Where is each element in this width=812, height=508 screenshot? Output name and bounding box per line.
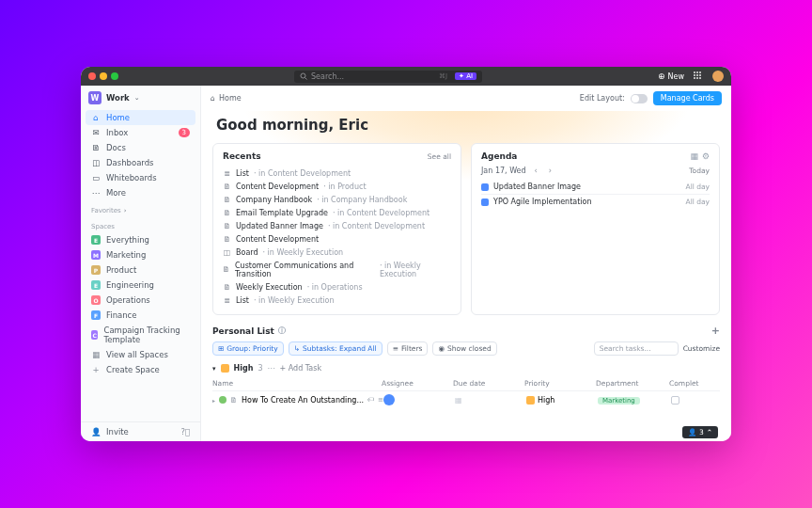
recents-item[interactable]: ≣List · in Content Development bbox=[223, 167, 451, 180]
minimize-window-button[interactable] bbox=[100, 72, 107, 80]
space-item[interactable]: CCampaign Tracking Template bbox=[81, 323, 200, 347]
recents-item[interactable]: ◫Board · in Weekly Execution bbox=[223, 246, 451, 259]
subtasks-chip[interactable]: ↳Subtasks: Expand All bbox=[289, 341, 383, 356]
recents-item[interactable]: 🗎Content Development · in Product bbox=[223, 180, 451, 193]
gear-icon[interactable]: ⚙ bbox=[702, 151, 710, 161]
space-item[interactable]: EEverything bbox=[81, 232, 200, 247]
chevron-up-icon: ⌃ bbox=[707, 428, 712, 437]
space-icon: O bbox=[91, 295, 101, 305]
dept-tag[interactable]: Marketing bbox=[598, 397, 640, 405]
group-more-icon[interactable]: ⋯ bbox=[267, 364, 274, 373]
col-due: Due date bbox=[453, 379, 524, 388]
workspace-switcher[interactable]: W Work ⌄ bbox=[81, 86, 200, 110]
favorites-header[interactable]: Favorites› bbox=[81, 200, 200, 216]
group-chip[interactable]: ⊞Group: Priority bbox=[212, 341, 284, 356]
recents-item-title: Content Development bbox=[236, 183, 319, 191]
nav-dashboards[interactable]: ◫Dashboards bbox=[86, 155, 195, 170]
doc-icon: 🗎 bbox=[223, 265, 230, 274]
new-label: New bbox=[668, 72, 684, 81]
calendar-icon[interactable]: ▦ bbox=[455, 396, 462, 405]
view-all-spaces[interactable]: ▦View all Spaces bbox=[81, 347, 200, 362]
nav-docs-label: Docs bbox=[106, 143, 126, 152]
calendar-icon[interactable]: ▦ bbox=[690, 151, 698, 161]
apps-grid-icon[interactable] bbox=[694, 71, 703, 81]
complete-checkbox[interactable] bbox=[671, 396, 679, 405]
recents-item[interactable]: 🗎Customer Communications and Transition … bbox=[223, 259, 451, 280]
personal-list-card: Personal Listⓘ+ ⊞Group: Priority ↳Subtas… bbox=[212, 325, 720, 408]
agenda-prev[interactable]: ‹ bbox=[532, 167, 540, 175]
task-row[interactable]: ▸ 🗎 How To Create An Outstanding... 🏷 ≡ … bbox=[212, 391, 720, 408]
group-label: High bbox=[234, 364, 254, 373]
new-button[interactable]: ⊕New bbox=[658, 71, 684, 81]
float-count: 3 bbox=[699, 428, 704, 437]
manage-cards-button[interactable]: Manage Cards bbox=[653, 91, 722, 105]
filters-chip[interactable]: ≡Filters bbox=[387, 341, 429, 356]
recents-item[interactable]: ≣List · in Weekly Execution bbox=[223, 294, 451, 307]
filter-icon: ≡ bbox=[393, 344, 398, 353]
recents-card: RecentsSee all ≣List · in Content Develo… bbox=[212, 143, 461, 315]
space-item[interactable]: FFinance bbox=[81, 308, 200, 323]
create-space[interactable]: +Create Space bbox=[81, 362, 200, 377]
agenda-today[interactable]: Today bbox=[689, 167, 710, 175]
space-name: Operations bbox=[106, 295, 150, 305]
spaces-header[interactable]: Spaces bbox=[81, 216, 200, 232]
search-placeholder: Search... bbox=[311, 72, 344, 81]
board-icon: ◫ bbox=[223, 248, 231, 257]
subtasks-icon: ↳ bbox=[294, 344, 300, 353]
nav-home-label: Home bbox=[106, 113, 130, 122]
search-icon bbox=[300, 72, 307, 80]
add-task-button[interactable]: + Add Task bbox=[279, 364, 321, 373]
nav-inbox[interactable]: ✉Inbox3 bbox=[86, 125, 195, 140]
view-all-spaces-label: View all Spaces bbox=[106, 350, 168, 359]
recents-item[interactable]: 🗎Email Template Upgrade · in Content Dev… bbox=[223, 206, 451, 219]
personal-list-add[interactable]: + bbox=[711, 325, 720, 337]
chevron-down-icon: ⌄ bbox=[134, 94, 140, 102]
workspace-icon: W bbox=[88, 91, 102, 104]
info-icon[interactable]: ⓘ bbox=[278, 325, 286, 336]
global-search[interactable]: Search... ⌘J ✦ AI bbox=[294, 71, 482, 83]
edit-layout-toggle[interactable] bbox=[631, 94, 648, 103]
recents-item[interactable]: 🗎Company Handbook · in Company Handbook bbox=[223, 193, 451, 206]
agenda-item[interactable]: YPO Agile ImplementationAll day bbox=[481, 195, 710, 209]
nav-home[interactable]: ⌂Home bbox=[86, 110, 195, 125]
doc-icon: 🗎 bbox=[223, 209, 231, 217]
dashboards-icon: ◫ bbox=[91, 158, 101, 167]
nav-more[interactable]: ⋯More bbox=[86, 185, 195, 200]
person-icon: 👤 bbox=[688, 428, 696, 437]
breadcrumb[interactable]: ⌂Home bbox=[211, 94, 242, 103]
show-closed-chip[interactable]: ◉Show closed bbox=[432, 341, 496, 356]
assignee-avatar[interactable] bbox=[383, 394, 395, 405]
priority-group-high[interactable]: ▾ High 3 ⋯ + Add Task bbox=[212, 360, 720, 376]
task-icon: 🗎 bbox=[230, 396, 238, 405]
help-icon[interactable]: ?⃝ bbox=[180, 427, 190, 437]
doc-icon: 🗎 bbox=[223, 235, 231, 244]
agenda-item[interactable]: Updated Banner ImageAll day bbox=[481, 180, 710, 195]
space-item[interactable]: EEngineering bbox=[81, 278, 200, 293]
col-name: Name bbox=[212, 379, 382, 388]
space-item[interactable]: OOperations bbox=[81, 293, 200, 308]
group-count: 3 bbox=[258, 364, 262, 373]
task-search[interactable]: Search tasks... bbox=[594, 341, 679, 356]
recents-item[interactable]: 🗎Weekly Execution · in Operations bbox=[223, 280, 451, 294]
tags-icon[interactable]: 🏷 bbox=[367, 396, 374, 404]
maximize-window-button[interactable] bbox=[111, 72, 118, 80]
recents-see-all[interactable]: See all bbox=[428, 152, 451, 161]
recents-item-title: Weekly Execution bbox=[236, 283, 303, 292]
close-window-button[interactable] bbox=[88, 72, 96, 80]
user-avatar[interactable] bbox=[712, 71, 724, 82]
invite-button[interactable]: 👤Invite bbox=[91, 427, 129, 437]
nav-whiteboards[interactable]: ▭Whiteboards bbox=[86, 170, 195, 185]
task-table-header: Name Assignee Due date Priority Departme… bbox=[212, 376, 720, 391]
plus-icon: + bbox=[91, 365, 101, 374]
ai-chip[interactable]: ✦ AI bbox=[455, 72, 476, 80]
agenda-next[interactable]: › bbox=[546, 167, 554, 175]
nav-docs[interactable]: 🗎Docs bbox=[86, 140, 195, 155]
space-item[interactable]: MMarketing bbox=[81, 247, 200, 262]
customize-link[interactable]: Customize bbox=[683, 344, 720, 353]
main: ⌂Home Edit Layout: Manage Cards Good mor… bbox=[201, 86, 731, 441]
space-name: Marketing bbox=[106, 250, 146, 260]
space-item[interactable]: PProduct bbox=[81, 262, 200, 278]
recents-item[interactable]: 🗎Updated Banner Image · in Content Devel… bbox=[223, 219, 451, 232]
floating-count-pill[interactable]: 👤3⌃ bbox=[682, 426, 718, 438]
recents-item[interactable]: 🗎Content Development bbox=[223, 232, 451, 246]
